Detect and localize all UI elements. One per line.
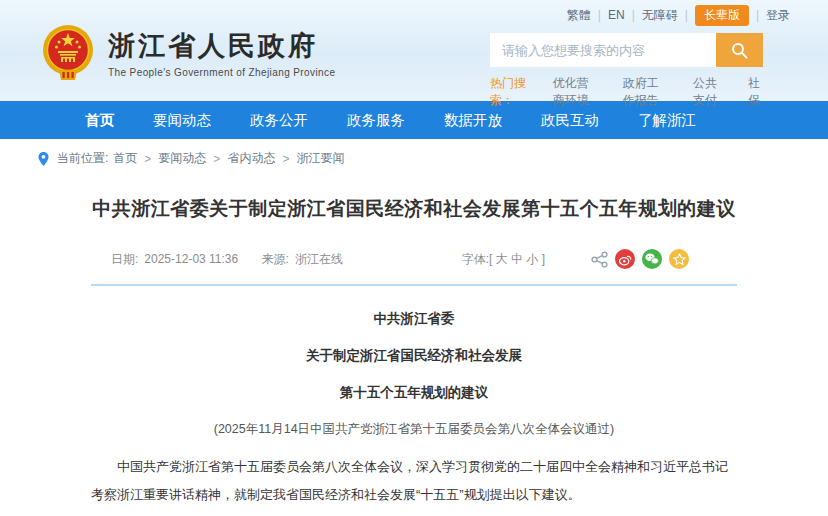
- search-button[interactable]: [716, 33, 763, 67]
- wechat-glyph-icon: [645, 253, 659, 265]
- share-icons: [591, 249, 689, 269]
- breadcrumb-provincial[interactable]: 省内动态: [227, 150, 275, 167]
- hot-search-label: 热门搜索：: [490, 75, 527, 109]
- topbar-separator: |: [632, 8, 635, 22]
- site-logo[interactable]: 浙江省人民政府 The People's Government of Zheji…: [42, 24, 335, 84]
- breadcrumb-separator: >: [144, 152, 151, 166]
- lang-english-link[interactable]: EN: [608, 8, 625, 22]
- doc-heading-line: 第十五个五年规划的建议: [91, 384, 737, 402]
- doc-subtitle: (2025年11月14日中国共产党浙江省第十五届委员会第八次全体会议通过): [91, 421, 737, 438]
- font-size-control[interactable]: 字体:[ 大 中 小 ]: [462, 251, 545, 268]
- site-header: 繁體 | EN | 无障碍 | 长辈版 | 登录: [0, 0, 828, 101]
- breadcrumb-separator: >: [282, 152, 289, 166]
- source-label: 来源:: [262, 252, 289, 266]
- search-icon: [731, 42, 748, 59]
- star-glyph-icon: [673, 253, 686, 266]
- search-block: 热门搜索： 优化营商环境 政府工作报告 公共支付 社保: [490, 33, 763, 109]
- doc-heading-line: 中共浙江省委: [91, 310, 737, 328]
- elder-version-button[interactable]: 长辈版: [695, 5, 749, 26]
- topbar-separator: |: [685, 8, 688, 22]
- nav-item-news[interactable]: 要闻动态: [153, 101, 211, 139]
- article-date: 2025-12-03 11:36: [144, 252, 238, 266]
- breadcrumb-prefix: 当前位置:: [57, 150, 108, 167]
- article-meta: 日期:2025-12-03 11:36 来源:浙江在线 字体:[ 大 中 小 ]: [91, 249, 737, 269]
- hot-search-link[interactable]: 公共支付: [693, 75, 722, 109]
- weibo-glyph-icon: [619, 253, 632, 266]
- location-pin-icon: [38, 152, 49, 166]
- accessibility-link[interactable]: 无障碍: [642, 7, 678, 24]
- lang-traditional-link[interactable]: 繁體: [567, 7, 591, 24]
- share-icon[interactable]: [591, 251, 608, 268]
- article-source: 浙江在线: [295, 252, 343, 266]
- nav-item-gov-affairs[interactable]: 政务公开: [250, 101, 308, 139]
- login-link[interactable]: 登录: [766, 7, 790, 24]
- topbar-separator: |: [598, 8, 601, 22]
- article: 中共浙江省委关于制定浙江省国民经济和社会发展第十五个五年规划的建议 日期:202…: [91, 196, 737, 516]
- doc-paragraph: 中国共产党浙江省第十五届委员会第八次全体会议，深入学习贯彻党的二十届四中全会精神…: [91, 453, 737, 509]
- weibo-share-icon[interactable]: [615, 249, 635, 269]
- hot-search-link[interactable]: 政府工作报告: [623, 75, 667, 109]
- breadcrumb-zhejiang-news[interactable]: 浙江要闻: [296, 150, 344, 167]
- doc-heading-line: 关于制定浙江省国民经济和社会发展: [91, 347, 737, 365]
- site-title: 浙江省人民政府: [108, 31, 335, 61]
- article-meta-right: 字体:[ 大 中 小 ]: [462, 249, 689, 269]
- nav-item-home[interactable]: 首页: [85, 101, 114, 139]
- breadcrumb-separator: >: [213, 152, 220, 166]
- content-divider: [91, 284, 737, 286]
- date-label: 日期:: [111, 252, 138, 266]
- hot-search-link[interactable]: 优化营商环境: [553, 75, 597, 109]
- article-meta-left: 日期:2025-12-03 11:36 来源:浙江在线: [111, 251, 349, 268]
- breadcrumb-news[interactable]: 要闻动态: [158, 150, 206, 167]
- article-body: 中共浙江省委 关于制定浙江省国民经济和社会发展 第十五个五年规划的建议 (202…: [91, 310, 737, 516]
- article-title: 中共浙江省委关于制定浙江省国民经济和社会发展第十五个五年规划的建议: [91, 196, 737, 222]
- hot-search-row: 热门搜索： 优化营商环境 政府工作报告 公共支付 社保: [490, 75, 763, 109]
- topbar-separator: |: [756, 8, 759, 22]
- logo-text: 浙江省人民政府 The People's Government of Zheji…: [108, 31, 335, 78]
- breadcrumb-home[interactable]: 首页: [113, 150, 137, 167]
- hot-search-link[interactable]: 社保: [748, 75, 763, 109]
- breadcrumb: 当前位置: 首页 > 要闻动态 > 省内动态 > 浙江要闻: [38, 150, 828, 167]
- topbar: 繁體 | EN | 无障碍 | 长辈版 | 登录: [567, 6, 790, 24]
- national-emblem-icon: [42, 24, 94, 84]
- nav-item-services[interactable]: 政务服务: [347, 101, 405, 139]
- search-input[interactable]: [490, 33, 716, 67]
- qzone-share-icon[interactable]: [669, 249, 689, 269]
- site-subtitle: The People's Government of Zhejiang Prov…: [108, 67, 335, 78]
- wechat-share-icon[interactable]: [642, 249, 662, 269]
